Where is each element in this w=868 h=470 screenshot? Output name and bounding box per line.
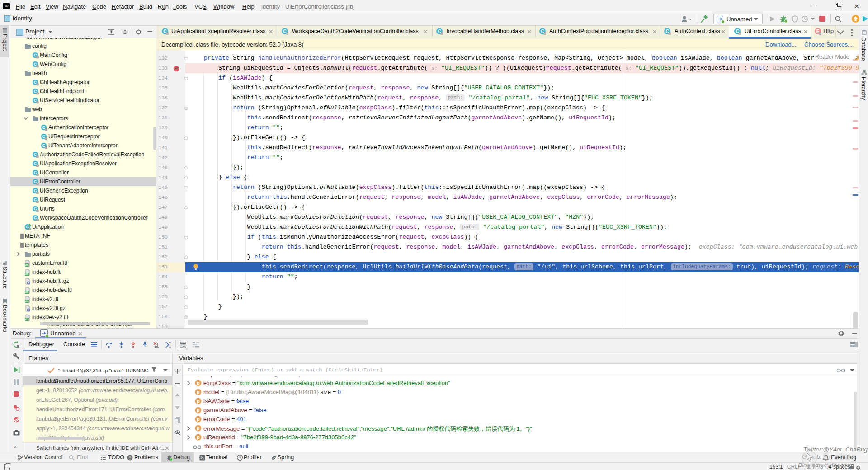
svg-text:<>: <> xyxy=(25,263,29,266)
svg-text:<>: <> xyxy=(25,300,29,302)
svg-text:p: p xyxy=(197,389,199,395)
svg-text:<>: <> xyxy=(25,291,29,293)
svg-text:p: p xyxy=(197,434,199,440)
svg-text:p: p xyxy=(197,380,199,385)
svg-text:p: p xyxy=(197,398,199,404)
svg-text:p: p xyxy=(197,407,199,413)
svg-text:<>: <> xyxy=(25,273,29,275)
svg-text:p: p xyxy=(197,416,199,422)
svg-text:p: p xyxy=(197,425,199,431)
